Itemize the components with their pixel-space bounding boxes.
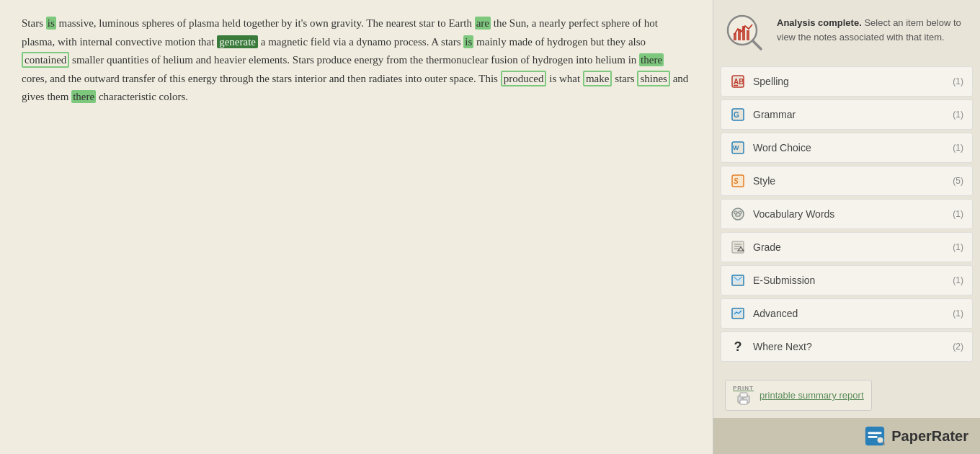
menu-item-where-next[interactable]: ? Where Next? (2) bbox=[721, 331, 973, 362]
text-segment: cores, and the outward transfer of this … bbox=[22, 73, 501, 84]
analysis-complete-label: Analysis complete. bbox=[777, 17, 862, 28]
spelling-count: (1) bbox=[953, 76, 963, 86]
highlight-are: are bbox=[475, 17, 491, 30]
style-label: Style bbox=[753, 175, 950, 187]
brand-name-regular: Paper bbox=[891, 428, 932, 444]
highlight-produced: produced bbox=[501, 71, 547, 86]
advanced-label: Advanced bbox=[753, 308, 950, 319]
highlight-there-1: there bbox=[639, 53, 664, 66]
e-submission-count: (1) bbox=[953, 275, 963, 285]
analysis-sidebar: Analysis complete. Select an item below … bbox=[713, 0, 980, 454]
e-submission-icon bbox=[730, 272, 746, 288]
print-summary-link: printable summary report bbox=[760, 390, 864, 401]
svg-line-6 bbox=[753, 41, 761, 49]
grade-icon bbox=[730, 239, 746, 255]
highlight-there-2: there bbox=[71, 90, 96, 103]
where-next-icon: ? bbox=[730, 339, 746, 355]
printer-icon bbox=[736, 391, 752, 406]
where-next-count: (2) bbox=[953, 342, 963, 352]
svg-text:G: G bbox=[734, 111, 739, 119]
svg-rect-4 bbox=[747, 30, 749, 40]
brand-name-bold: Rater bbox=[932, 428, 968, 444]
analysis-header: Analysis complete. Select an item below … bbox=[713, 0, 980, 66]
style-icon: S bbox=[730, 173, 746, 189]
text-segment: smaller quantities of helium and heavier… bbox=[69, 54, 639, 66]
highlight-shines: shines bbox=[637, 71, 670, 86]
grammar-label: Grammar bbox=[753, 109, 950, 120]
text-segment: is what bbox=[546, 73, 582, 84]
svg-text:S: S bbox=[734, 177, 739, 185]
vocabulary-icon bbox=[730, 206, 746, 222]
svg-text:W: W bbox=[733, 144, 739, 151]
svg-rect-37 bbox=[741, 398, 744, 399]
menu-item-grade[interactable]: Grade (1) bbox=[721, 232, 973, 262]
svg-rect-40 bbox=[868, 436, 878, 438]
highlight-generate: generate bbox=[217, 35, 258, 48]
menu-item-style[interactable]: S Style (5) bbox=[721, 166, 973, 196]
highlight-is-1: is bbox=[46, 17, 56, 30]
brand-bar: PaperRater bbox=[713, 418, 980, 454]
e-submission-label: E-Submission bbox=[753, 275, 950, 286]
analysis-description: Analysis complete. Select an item below … bbox=[777, 13, 968, 44]
svg-rect-23 bbox=[732, 241, 744, 253]
print-label-top: PRINT bbox=[733, 385, 754, 391]
highlight-contained: contained bbox=[22, 52, 69, 68]
sidebar-footer: PRINT printable summary report bbox=[713, 371, 980, 418]
menu-item-word-choice[interactable]: W Word Choice (1) bbox=[721, 133, 973, 163]
menu-item-e-submission[interactable]: E-Submission (1) bbox=[721, 265, 973, 295]
grammar-icon: G bbox=[730, 107, 746, 123]
text-segment: massive, luminous spheres of plasma held… bbox=[56, 17, 475, 29]
advanced-icon bbox=[730, 306, 746, 321]
text-segment: a magnetic field via a dynamo process. A… bbox=[258, 36, 463, 48]
spelling-icon: AB bbox=[730, 74, 746, 89]
vocabulary-words-label: Vocabulary Words bbox=[753, 208, 950, 220]
print-button[interactable]: PRINT printable summary report bbox=[725, 380, 872, 411]
paperrater-logo-icon bbox=[864, 425, 886, 447]
menu-item-vocabulary-words[interactable]: Vocabulary Words (1) bbox=[721, 199, 973, 229]
svg-rect-35 bbox=[740, 393, 747, 397]
highlight-make: make bbox=[583, 71, 612, 86]
where-next-label: Where Next? bbox=[753, 341, 950, 352]
grade-count: (1) bbox=[953, 242, 963, 252]
print-icon-wrap: PRINT bbox=[733, 385, 754, 406]
text-segment: characteristic colors. bbox=[96, 91, 188, 102]
svg-rect-36 bbox=[740, 400, 747, 404]
analysis-icon bbox=[725, 13, 768, 56]
spelling-label: Spelling bbox=[753, 76, 950, 87]
text-segment: Stars bbox=[22, 17, 46, 29]
svg-point-16 bbox=[732, 208, 744, 220]
word-choice-icon: W bbox=[730, 140, 746, 156]
svg-rect-39 bbox=[868, 432, 882, 434]
grade-label: Grade bbox=[753, 241, 950, 253]
essay-content-area: Stars is massive, luminous spheres of pl… bbox=[0, 0, 713, 454]
text-segment: stars bbox=[612, 73, 637, 84]
text-segment: mainly made of hydrogen but they also bbox=[473, 36, 646, 48]
svg-text:AB: AB bbox=[734, 78, 744, 86]
menu-item-grammar[interactable]: G Grammar (1) bbox=[721, 99, 973, 130]
word-choice-label: Word Choice bbox=[753, 142, 950, 153]
menu-item-spelling[interactable]: AB Spelling (1) bbox=[721, 66, 973, 97]
menu-item-advanced[interactable]: Advanced (1) bbox=[721, 298, 973, 329]
word-choice-count: (1) bbox=[953, 143, 963, 153]
style-count: (5) bbox=[953, 176, 963, 186]
vocabulary-words-count: (1) bbox=[953, 209, 963, 219]
grammar-count: (1) bbox=[953, 110, 963, 120]
essay-text: Stars is massive, luminous spheres of pl… bbox=[22, 14, 691, 107]
advanced-count: (1) bbox=[953, 308, 963, 319]
highlight-is-2: is bbox=[463, 35, 473, 48]
brand-name: PaperRater bbox=[891, 428, 968, 445]
analysis-menu-list: AB Spelling (1) G Grammar (1) W Word Cho… bbox=[713, 66, 980, 371]
